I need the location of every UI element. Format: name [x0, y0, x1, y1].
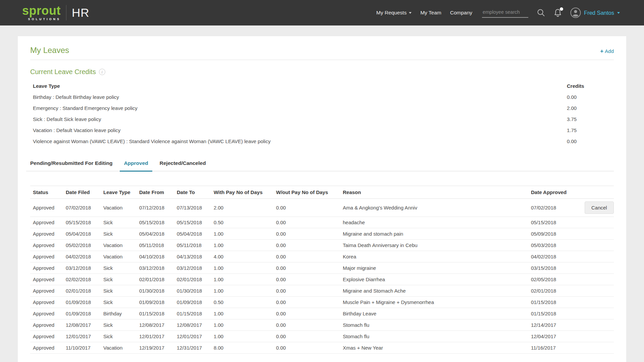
nav-link[interactable]: My Team	[420, 10, 441, 16]
cell-date-to: 01/15/2018	[174, 308, 211, 319]
cell-action	[582, 331, 614, 342]
credits-row: Vacation : Default Vacation leave policy…	[30, 125, 614, 136]
cell-reason: Korea	[340, 251, 528, 262]
search-input[interactable]	[482, 8, 528, 18]
info-icon[interactable]: i	[99, 69, 105, 75]
leave-row: Approved 11/10/2017 Vacation 12/19/2017 …	[30, 342, 614, 354]
brand-sprout: sprout SOLUTIONS	[22, 5, 61, 21]
cell-leave-type: Sick	[101, 331, 137, 342]
cell-date-approved: 12/04/2017	[528, 331, 582, 342]
cell-reason: Migraine and stomach pain	[340, 228, 528, 240]
cell-date-from: 07/12/2018	[137, 199, 174, 217]
cell-date-filed: 12/08/2017	[63, 319, 101, 331]
user-name: Fred Santos	[584, 10, 614, 16]
cell-date-from: 02/01/2018	[137, 274, 174, 285]
cell-date-approved: 01/15/2018	[528, 308, 582, 319]
leaves-column-header: Date Filed	[63, 186, 101, 199]
cell-date-from: 01/30/2018	[137, 285, 174, 297]
credits-row: Emergency : Standard Emergency leave pol…	[30, 103, 614, 114]
leaves-column-header: Date Approved	[528, 186, 582, 199]
cell-status: Approved	[30, 262, 63, 274]
cell-leave-type: Sick	[101, 285, 137, 297]
cell-date-to: 05/15/2018	[174, 217, 211, 228]
search-icon	[537, 8, 545, 17]
credits-row: Sick : Default Sick leave policy 3.75	[30, 114, 614, 125]
cell-action	[582, 297, 614, 308]
cell-action	[582, 274, 614, 285]
search-button[interactable]	[537, 8, 545, 17]
credits-row: Violence against Woman (VAWC LEAVE) : St…	[30, 136, 614, 147]
leave-row: Approved 12/01/2017 Sick 12/01/2017 12/0…	[30, 331, 614, 342]
cell-date-to: 02/01/2018	[174, 274, 211, 285]
cell-date-from: 05/15/2018	[137, 217, 174, 228]
cell-date-filed: 04/02/2018	[63, 251, 101, 262]
brand-logo[interactable]: sprout SOLUTIONS HR	[22, 5, 90, 21]
cell-without-pay-days: 0.00	[273, 199, 340, 217]
nav-link-label: My Team	[420, 10, 441, 16]
cell-action	[582, 308, 614, 319]
user-chevron-down-icon	[617, 12, 620, 14]
page-title: My Leaves	[30, 46, 69, 55]
cell-without-pay-days: 0.00	[273, 285, 340, 297]
tab[interactable]: Pending/Resubmitted For Editing	[26, 160, 116, 172]
cell-status: Approved	[30, 274, 63, 285]
tab[interactable]: Approved	[120, 160, 152, 172]
cell-without-pay-days: 0.00	[273, 262, 340, 274]
leaves-column-header: Status	[30, 186, 63, 199]
nav-menu: My Requests My Team Company	[376, 7, 620, 18]
notifications-button[interactable]	[554, 8, 562, 17]
tab[interactable]: Rejected/Canceled	[156, 160, 210, 172]
credit-value: 2.00	[564, 103, 614, 114]
cell-with-pay-days: 1.00	[211, 240, 273, 251]
leave-row: Approved 05/04/2018 Sick 05/04/2018 05/0…	[30, 228, 614, 240]
cell-leave-type: Vacation	[101, 240, 137, 251]
cell-without-pay-days: 0.00	[273, 228, 340, 240]
cell-date-from: 01/15/2018	[137, 308, 174, 319]
credits-section-title: Current Leave Credits i	[30, 68, 614, 76]
cell-with-pay-days: 0.50	[211, 217, 273, 228]
cell-date-approved: 05/09/2018	[528, 228, 582, 240]
notification-badge	[560, 7, 563, 11]
nav-link[interactable]: Company	[450, 10, 472, 16]
add-leave-button[interactable]: + Add	[600, 48, 614, 54]
cell-action: Cancel	[582, 199, 614, 217]
cancel-button[interactable]: Cancel	[585, 201, 614, 214]
cell-leave-type: Vacation	[101, 251, 137, 262]
cell-status: Approved	[30, 228, 63, 240]
cell-reason: Major migraine	[340, 262, 528, 274]
cell-with-pay-days: 1.00	[211, 285, 273, 297]
cell-leave-type: Vacation	[101, 342, 137, 354]
nav-link-label: My Requests	[376, 10, 407, 16]
leaves-column-header: Date From	[137, 186, 174, 199]
chevron-down-icon	[409, 12, 412, 14]
cell-leave-type: Sick	[101, 297, 137, 308]
credit-leave-type: Birthday : Default Birthday leave policy	[30, 92, 564, 103]
cell-reason: Migraine and Stomach Ache	[340, 285, 528, 297]
cell-without-pay-days: 0.00	[273, 251, 340, 262]
leaves-column-header: W/out Pay No of Days	[273, 186, 340, 199]
cell-date-from: 01/09/2018	[137, 297, 174, 308]
cell-date-filed: 05/15/2018	[63, 217, 101, 228]
cell-without-pay-days: 0.00	[273, 274, 340, 285]
user-menu[interactable]: Fred Santos	[570, 7, 620, 18]
cell-date-filed: 01/09/2018	[63, 297, 101, 308]
leaves-column-header: Reason	[340, 186, 528, 199]
leave-row: Approved 04/02/2018 Vacation 04/10/2018 …	[30, 251, 614, 262]
cell-status: Approved	[30, 217, 63, 228]
cell-date-from: 04/10/2018	[137, 251, 174, 262]
cell-action	[582, 217, 614, 228]
credits-col-leave-type: Leave Type	[30, 80, 564, 92]
credit-leave-type: Violence against Woman (VAWC LEAVE) : St…	[30, 136, 564, 147]
credits-row: Birthday : Default Birthday leave policy…	[30, 92, 614, 103]
leave-row: Approved 05/15/2018 Sick 05/15/2018 05/1…	[30, 217, 614, 228]
cell-action	[582, 319, 614, 331]
leave-row: Approved 12/08/2017 Sick 12/08/2017 12/0…	[30, 319, 614, 331]
cell-date-approved: 05/15/2018	[528, 217, 582, 228]
cell-without-pay-days: 0.00	[273, 240, 340, 251]
nav-links: My Requests My Team Company	[376, 10, 472, 16]
cell-action	[582, 262, 614, 274]
credit-value: 0.00	[564, 92, 614, 103]
nav-link[interactable]: My Requests	[376, 10, 412, 16]
leave-row: Approved 03/12/2018 Sick 03/12/2018 03/1…	[30, 262, 614, 274]
cell-leave-type: Sick	[101, 319, 137, 331]
